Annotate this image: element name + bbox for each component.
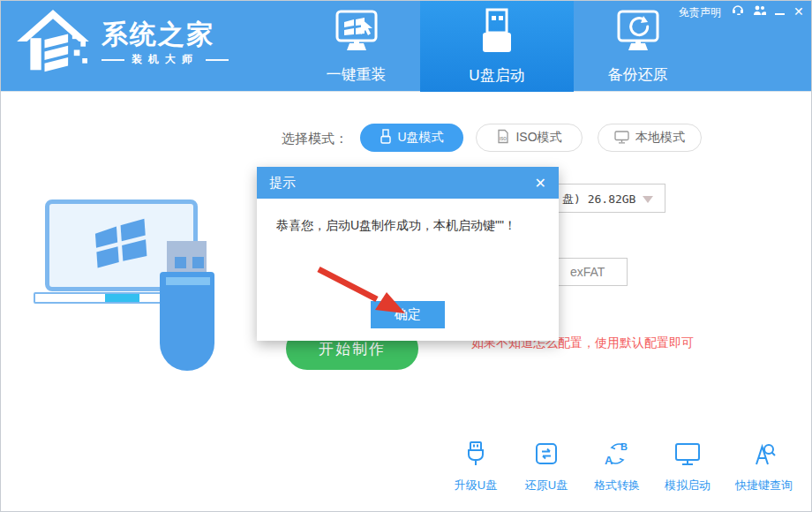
disclaimer-link[interactable]: 免责声明 (679, 5, 721, 20)
tab-label: U盘启动 (469, 65, 524, 86)
svg-text:ISO: ISO (500, 137, 507, 141)
dialog-header: 提示 ✕ (257, 167, 559, 199)
usb-pin-right (192, 257, 204, 268)
hotkey-search-icon (750, 440, 778, 471)
mode-select-label: 选择模式： (282, 131, 348, 147)
usb-plug-icon (462, 440, 490, 471)
tool-upgrade-usb[interactable]: 升级U盘 (453, 440, 499, 493)
tab-label: 备份还原 (608, 64, 668, 85)
close-button[interactable]: ✕ (793, 5, 804, 18)
subtitle-line-left (102, 59, 124, 61)
monitor-small-icon (614, 130, 629, 147)
restore-box-icon (532, 440, 560, 471)
usb-mode-icon (380, 129, 391, 147)
main-tabs: 一键重装 U盘启动 (292, 1, 702, 92)
mode-iso-button[interactable]: ISO ISO模式 (476, 124, 583, 152)
dialog-message: 恭喜您，启动U盘制作成功，本机启动键""！ (276, 218, 516, 234)
tool-label: 还原U盘 (525, 478, 568, 493)
app-logo: 系统之家 装机大师 (15, 8, 229, 79)
tool-label: 升级U盘 (455, 478, 497, 493)
windows-logo (93, 218, 151, 273)
iso-file-icon: ISO (496, 129, 509, 147)
app-window: 系统之家 装机大师 (0, 0, 812, 512)
tool-restore-usb[interactable]: 还原U盘 (523, 440, 569, 493)
dialog-close-button[interactable]: ✕ (535, 175, 546, 192)
tool-label: 模拟启动 (665, 478, 710, 493)
usb-drive-icon (473, 7, 521, 59)
tool-hotkey-query[interactable]: 快捷键查询 (735, 440, 793, 493)
header: 系统之家 装机大师 (1, 1, 811, 92)
tab-label: 一键重装 (327, 64, 387, 85)
house-logo-icon (15, 8, 91, 79)
usb-pin-left (175, 257, 186, 268)
mode-local-button[interactable]: 本地模式 (598, 124, 702, 152)
logo-subtitle: 装机大师 (102, 52, 229, 67)
monitor-windows-icon (333, 8, 380, 58)
users-icon[interactable] (753, 4, 766, 19)
mode-usb-button[interactable]: U盘模式 (360, 124, 463, 152)
footer-toolbar: 升级U盘 还原U盘 A B 格式转换 (453, 440, 793, 493)
svg-text:B: B (620, 441, 628, 452)
format-value: exFAT (570, 265, 605, 279)
laptop-base (34, 292, 164, 304)
support-icon[interactable] (732, 4, 744, 19)
dropdown-caret-icon (643, 196, 653, 203)
monitor-icon (673, 440, 702, 471)
dialog-ok-button[interactable]: 确定 (371, 301, 445, 328)
usb-flash-drive-body (160, 272, 214, 371)
dialog-title: 提示 (269, 175, 296, 192)
laptop-base-notch (105, 294, 139, 302)
tool-label: 快捷键查询 (735, 478, 793, 493)
minimize-button[interactable] (775, 13, 785, 15)
svg-text:A: A (605, 454, 613, 467)
tool-label: 格式转换 (594, 478, 640, 493)
format-convert-icon: A B (603, 440, 631, 471)
monitor-restore-icon (614, 8, 662, 58)
window-controls: ✕ (732, 4, 804, 19)
tool-format-convert[interactable]: A B 格式转换 (594, 440, 640, 493)
tool-simulate-boot[interactable]: 模拟启动 (665, 440, 710, 493)
usb-flash-drive-stripe (166, 277, 210, 285)
dialog: 提示 ✕ 恭喜您，启动U盘制作成功，本机启动键""！ 确定 (257, 167, 559, 341)
tab-usb-boot[interactable]: U盘启动 (420, 1, 574, 92)
subtitle-line-right (206, 59, 229, 61)
laptop-usb-illustration (32, 191, 226, 380)
device-select-value: 盘) 26.82GB (562, 192, 635, 207)
logo-title: 系统之家 (102, 19, 229, 49)
tab-onekey-reinstall[interactable]: 一键重装 (292, 1, 420, 92)
